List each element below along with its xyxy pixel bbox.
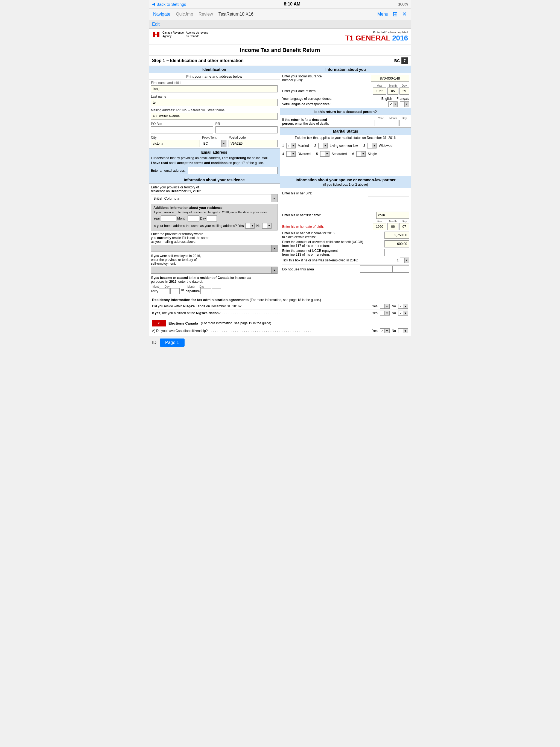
current-province-dropdown[interactable]: ▼ (151, 245, 278, 252)
prov-arrow[interactable]: ▼ (221, 140, 226, 147)
no-dropdown[interactable]: ▼ (262, 223, 272, 229)
marital-arrow-4[interactable]: ▼ (291, 151, 296, 157)
marital-check-2[interactable] (318, 143, 323, 149)
calculator-icon[interactable]: ⊞ (393, 11, 398, 18)
rr-input[interactable] (215, 126, 278, 133)
deceased-month-input[interactable] (388, 120, 399, 126)
citizen-no-box[interactable]: ✓ ▼ (398, 311, 408, 315)
elections-yes-box[interactable]: ✓ ▼ (380, 328, 390, 333)
spouse-dob-year[interactable] (373, 223, 386, 230)
marital-dd-4[interactable]: ▼ (286, 151, 296, 157)
citizen-yes-box[interactable]: ▼ (380, 311, 390, 315)
nisga-yes-box[interactable]: ▼ (380, 304, 390, 309)
marital-dd-3[interactable]: ▼ (367, 143, 377, 149)
spouse-name-input[interactable] (376, 212, 409, 219)
spouse-income-input[interactable] (384, 232, 409, 239)
spouse-self-emp-arrow[interactable]: ▼ (405, 258, 409, 263)
marital-dd-1[interactable]: ✓ ▼ (286, 143, 296, 149)
departure-month-input[interactable] (200, 288, 211, 294)
lang-en-dropdown[interactable]: ✓ ▼ (388, 101, 398, 107)
self-employment-arrow[interactable]: ▼ (271, 267, 277, 274)
province-arrow[interactable]: ▼ (271, 195, 277, 202)
nisga-no-check[interactable]: ✓ (398, 304, 403, 309)
lang-en-arrow[interactable]: ▼ (393, 101, 398, 107)
menu-button[interactable]: Menu (377, 12, 388, 17)
entry-month-input[interactable] (159, 288, 170, 294)
sin-input[interactable] (371, 75, 409, 82)
marital-dd-2[interactable]: ▼ (318, 143, 328, 149)
entry-day-input[interactable] (170, 288, 180, 294)
last-name-input[interactable] (151, 99, 278, 106)
marital-arrow-1[interactable]: ▼ (291, 143, 296, 149)
deceased-year-input[interactable] (375, 120, 387, 126)
quickjmp-link[interactable]: QuicJmp (176, 12, 193, 17)
review-link[interactable]: Review (199, 12, 213, 17)
move-day-input[interactable] (207, 215, 217, 222)
province-dropdown[interactable]: British Columbia ▼ (151, 194, 278, 202)
prov-dropdown[interactable]: BC ▼ (202, 140, 226, 147)
email-input[interactable] (188, 167, 278, 174)
pobox-input[interactable] (151, 126, 213, 133)
lang-fr-dropdown[interactable]: ▼ (400, 101, 409, 107)
marital-check-4[interactable] (286, 151, 291, 157)
departure-day-input[interactable] (212, 288, 221, 294)
spouse-sin-input[interactable] (368, 190, 409, 197)
navigate-link[interactable]: Navigate (153, 12, 170, 17)
yes-arrow[interactable]: ▼ (250, 223, 255, 229)
year-col-label: Year (373, 84, 386, 87)
marital-arrow-5[interactable]: ▼ (325, 151, 330, 157)
citizen-yes-num[interactable]: ▼ (385, 311, 390, 315)
deceased-day-input[interactable] (400, 120, 409, 126)
no-arrow[interactable]: ▼ (267, 223, 272, 229)
marital-check-3[interactable] (367, 143, 372, 149)
yes-check[interactable] (245, 223, 250, 229)
citizen-yes-check[interactable] (380, 311, 385, 315)
marital-dd-6[interactable]: ▼ (356, 151, 365, 157)
lang-fr-arrow[interactable]: ▼ (405, 101, 409, 107)
citizen-no-check[interactable]: ✓ (398, 311, 403, 315)
elections-no-box[interactable]: ▼ (398, 328, 408, 333)
dob-year-input[interactable] (373, 87, 386, 95)
close-icon[interactable]: ✕ (402, 11, 407, 18)
edit-button[interactable]: Edit (152, 22, 160, 27)
marital-check-6[interactable] (356, 151, 361, 157)
marital-check-1[interactable]: ✓ (286, 143, 291, 149)
nisga-no-num[interactable]: ▼ (403, 304, 408, 309)
marital-check-5[interactable] (320, 151, 325, 157)
lang-fr-check[interactable] (400, 101, 405, 107)
no-check[interactable] (262, 223, 267, 229)
page-button[interactable]: Page 1 (160, 338, 184, 347)
yes-dropdown[interactable]: ▼ (245, 223, 255, 229)
nisga-yes-num[interactable]: ▼ (385, 304, 390, 309)
back-button[interactable]: ◀ Back to Settings (152, 2, 186, 6)
dob-section: Year Month Day Enter your date of birth: (280, 83, 411, 96)
mailing-input[interactable] (151, 113, 278, 120)
citizen-no-num[interactable]: ▼ (403, 311, 408, 315)
dob-day-input[interactable] (400, 87, 409, 95)
elections-no-arrow[interactable]: ▼ (403, 328, 408, 333)
lang-en-check[interactable]: ✓ (388, 101, 393, 107)
dob-month-input[interactable] (387, 87, 399, 95)
city-input[interactable] (151, 140, 200, 147)
spouse-self-emp-dropdown[interactable]: ▼ (400, 258, 409, 263)
marital-arrow-2[interactable]: ▼ (323, 143, 328, 149)
spouse-dob-month[interactable] (387, 223, 399, 230)
self-employment-dropdown[interactable]: ▼ (151, 266, 278, 274)
uccb-repay-input[interactable] (384, 249, 409, 256)
postal-input[interactable] (229, 140, 278, 147)
uccb-input[interactable] (384, 240, 409, 248)
nisga-no-box[interactable]: ✓ ▼ (398, 304, 408, 309)
nisga-yes-check[interactable] (380, 304, 385, 309)
elections-no-check[interactable] (398, 328, 403, 333)
marital-arrow-6[interactable]: ▼ (361, 151, 365, 157)
marital-arrow-3[interactable]: ▼ (372, 143, 377, 149)
elections-yes-arrow[interactable]: ▼ (385, 328, 390, 333)
move-year-input[interactable] (161, 215, 176, 222)
spouse-dob-day[interactable] (400, 223, 409, 230)
spouse-self-emp-check[interactable] (400, 258, 405, 263)
elections-yes-check[interactable]: ✓ (380, 328, 385, 333)
first-name-input[interactable] (151, 85, 278, 93)
marital-dd-5[interactable]: ▼ (320, 151, 330, 157)
move-month-input[interactable] (187, 215, 199, 222)
current-province-arrow[interactable]: ▼ (271, 245, 277, 252)
